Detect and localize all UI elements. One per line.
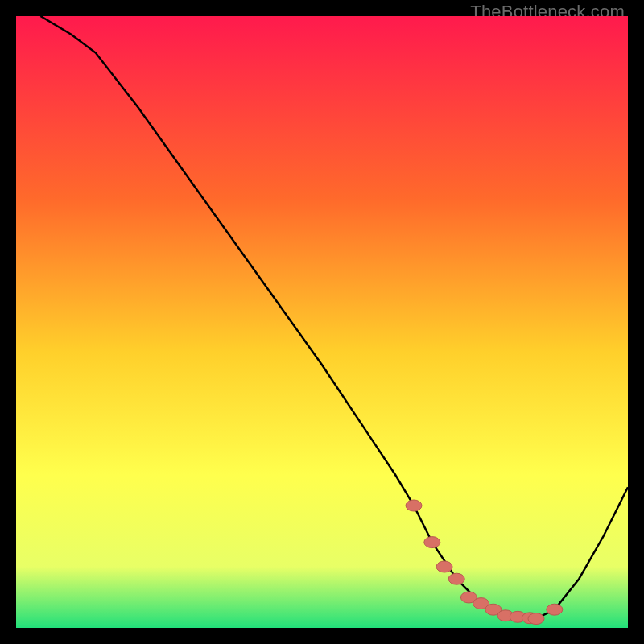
marker-point	[406, 500, 422, 511]
marker-point	[424, 537, 440, 548]
marker-point	[528, 613, 544, 625]
marker-point	[547, 604, 563, 615]
gradient-background	[16, 16, 628, 628]
marker-point	[436, 561, 452, 572]
marker-point	[448, 573, 464, 584]
chart-frame	[16, 16, 628, 628]
bottleneck-chart	[16, 16, 628, 628]
